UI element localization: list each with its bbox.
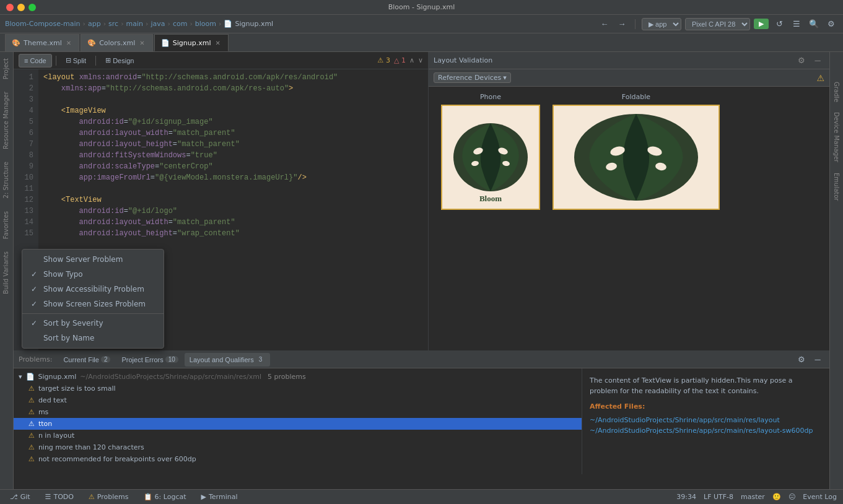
problem-item-5[interactable]: ⚠ n in layout (14, 430, 582, 441)
split-view-button[interactable]: ⊟ Split (60, 54, 92, 67)
problem-item-2[interactable]: ⚠ ded text (14, 394, 582, 406)
gradle-sidebar: Gradle Device Manager Emulator (829, 52, 843, 489)
problems-status-button[interactable]: ⚠ Problems (85, 490, 133, 504)
breadcrumb-main[interactable]: main (126, 20, 143, 28)
code-line-5: android:id="@+id/signup_image" (43, 116, 423, 128)
tab-signup-close[interactable]: ✕ (214, 40, 221, 46)
tab-theme-label: Theme.xml (24, 39, 62, 47)
menu-item-sort-severity[interactable]: ✓ Sort by Severity (22, 316, 164, 331)
device-dropdown[interactable]: Pixel C API 28 (685, 18, 750, 30)
code-line-14: android:layout_width="match_parent" (43, 217, 423, 228)
xml-file-icon: 📄 (224, 20, 232, 28)
problem-item-7[interactable]: ⚠ not recommended for breakpoints over 6… (14, 453, 582, 465)
menu-item-server-problem[interactable]: Show Server Problem (22, 252, 164, 267)
tab-theme[interactable]: 🎨 Theme.xml ✕ (5, 34, 79, 51)
problem-item-1[interactable]: ⚠ target size is too small (14, 383, 582, 394)
window-controls[interactable] (6, 4, 36, 11)
tab-colors[interactable]: 🎨 Colors.xml ✕ (81, 34, 153, 51)
encoding-label: LF UTF-8 (704, 493, 733, 501)
tab-project-errors[interactable]: Project Errors 10 (116, 353, 183, 367)
menu-item-sort-name[interactable]: Sort by Name (22, 331, 164, 345)
problem-file-header[interactable]: ▾ 📄 Signup.xml ~/AndroidStudioProjects/S… (14, 371, 582, 383)
sidebar-item-build-variants[interactable]: Build Variants (0, 245, 13, 300)
error-nav-up[interactable]: ∧ (409, 56, 414, 64)
menu-item-show-typo[interactable]: ✓ Show Typo (22, 267, 164, 282)
sidebar-item-device-manager[interactable]: Device Manager (832, 107, 841, 167)
toolbar-menu-button[interactable]: ☰ (790, 17, 803, 31)
code-view-button[interactable]: ≡ Code (19, 54, 52, 67)
preview-settings-gear[interactable]: ⚙ (795, 54, 808, 67)
show-typo-check: ✓ (30, 270, 38, 279)
preview-settings: ⚙ ─ (795, 54, 824, 67)
separator (635, 19, 636, 29)
menu-item-accessibility[interactable]: ✓ Show Accessibility Problem (22, 282, 164, 297)
minimize-window-button[interactable] (17, 4, 25, 11)
todo-button[interactable]: ☰ TODO (41, 490, 77, 504)
tab-theme-close[interactable]: ✕ (65, 40, 72, 46)
maximize-window-button[interactable] (28, 4, 36, 11)
error-indicators: ⚠ 3 △ 1 ∧ ∨ (378, 56, 423, 64)
warn-icon-4: ⚠ (28, 420, 35, 428)
breadcrumb-bloom[interactable]: Bloom-Compose-main (5, 20, 81, 28)
breadcrumb-com[interactable]: com (173, 20, 188, 28)
settings-gear-icon[interactable]: ⚙ (824, 17, 838, 31)
warn-icon-3: ⚠ (28, 408, 35, 416)
status-bar: ⎇ Git ☰ TODO ⚠ Problems 📋 6: Logcat ▶ Te… (0, 489, 843, 504)
logcat-button[interactable]: 📋 6: Logcat (140, 490, 190, 504)
sidebar-item-gradle[interactable]: Gradle (832, 77, 841, 107)
terminal-button[interactable]: ▶ Terminal (198, 490, 242, 504)
breadcrumb-java[interactable]: java (151, 20, 165, 28)
layout-qualifiers-badge: 3 (256, 356, 266, 363)
vcs-branch[interactable]: master (741, 493, 765, 501)
problems-settings-icon[interactable]: ⚙ (795, 353, 808, 367)
preview-close-button[interactable]: ─ (811, 54, 824, 67)
menu-separator (22, 313, 164, 314)
problem-item-6[interactable]: ⚠ ning more than 120 characters (14, 441, 582, 453)
left-panel-sidebar: Project Resource Manager 2: Structure Fa… (0, 52, 14, 489)
sidebar-item-resource-manager[interactable]: Resource Manager (0, 85, 13, 155)
error-nav-down[interactable]: ∨ (418, 56, 423, 64)
forward-button[interactable]: → (615, 17, 629, 31)
event-log-button[interactable]: Event Log (803, 493, 837, 501)
nav-toolbar: ← → ▶ app Pixel C API 28 ▶ ↺ ☰ 🔍 ⚙ (598, 17, 838, 31)
sort-name-check (30, 334, 38, 342)
problem-item-4[interactable]: ⚠ tton (14, 418, 582, 430)
run-button[interactable]: ▶ (754, 19, 769, 29)
reference-devices-dropdown[interactable]: Reference Devices ▾ (434, 72, 511, 83)
close-window-button[interactable] (6, 4, 14, 11)
foldable-frame (553, 105, 720, 210)
breadcrumb-bloom2[interactable]: bloom (195, 20, 216, 28)
menu-item-screen-sizes[interactable]: ✓ Show Screen Sizes Problem (22, 297, 164, 311)
app-dropdown[interactable]: ▶ app (642, 18, 681, 30)
emoji-warning-icon: 😐 (788, 493, 795, 501)
design-icon: ⊞ (105, 56, 111, 64)
tab-layout-qualifiers[interactable]: Layout and Qualifiers 3 (185, 353, 271, 367)
design-view-button[interactable]: ⊞ Design (100, 54, 139, 67)
problems-close-icon[interactable]: ─ (811, 353, 824, 367)
tab-current-file[interactable]: Current File 2 (58, 353, 115, 367)
screen-sizes-label: Show Screen Sizes Problem (43, 300, 146, 308)
search-button[interactable]: 🔍 (807, 17, 821, 31)
sidebar-item-emulator[interactable]: Emulator (832, 168, 841, 206)
chevron-down-icon: ▾ (503, 74, 507, 82)
tab-signup-label: Signup.xml (173, 39, 211, 47)
git-button[interactable]: ⎇ Git (6, 490, 34, 504)
tab-colors-close[interactable]: ✕ (138, 40, 146, 46)
code-line-12: <TextView (43, 194, 423, 206)
back-button[interactable]: ← (598, 17, 611, 31)
sidebar-item-favorites[interactable]: Favorites (0, 205, 13, 245)
problems-details: The content of TextView is partially hid… (582, 368, 829, 474)
affected-file-link-2[interactable]: ~/AndroidStudioProjects/Shrine/app/src/m… (590, 425, 822, 437)
breadcrumb-app[interactable]: app (88, 20, 101, 28)
problems-label: Problems: (19, 355, 52, 363)
breadcrumb-src[interactable]: src (108, 20, 118, 28)
reload-button[interactable]: ↺ (772, 17, 786, 31)
tab-signup[interactable]: 📄 Signup.xml ✕ (154, 34, 229, 51)
breadcrumb-filename: Signup.xml (235, 20, 273, 28)
sidebar-item-structure[interactable]: 2: Structure (0, 155, 13, 204)
current-file-label: Current File (63, 356, 98, 363)
sidebar-item-project[interactable]: Project (0, 52, 13, 85)
problem-item-3[interactable]: ⚠ ms (14, 406, 582, 418)
cursor-position: 39:34 (676, 493, 696, 501)
affected-file-link-1[interactable]: ~/AndroidStudioProjects/Shrine/app/src/m… (590, 415, 822, 426)
